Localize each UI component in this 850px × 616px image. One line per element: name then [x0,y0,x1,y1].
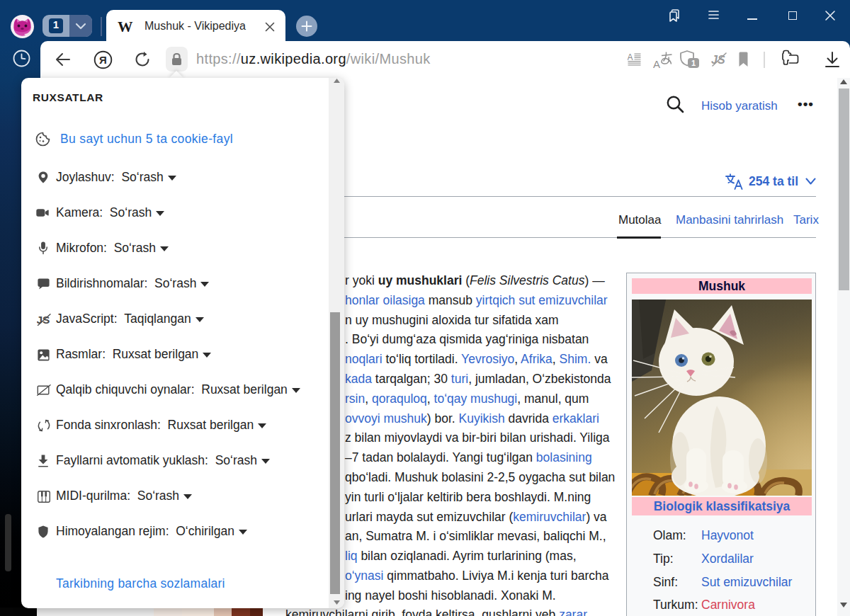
svg-text:Я: Я [99,54,107,66]
svg-text:A: A [628,53,633,62]
svg-text:A: A [653,58,660,69]
svg-text:1: 1 [691,59,696,67]
